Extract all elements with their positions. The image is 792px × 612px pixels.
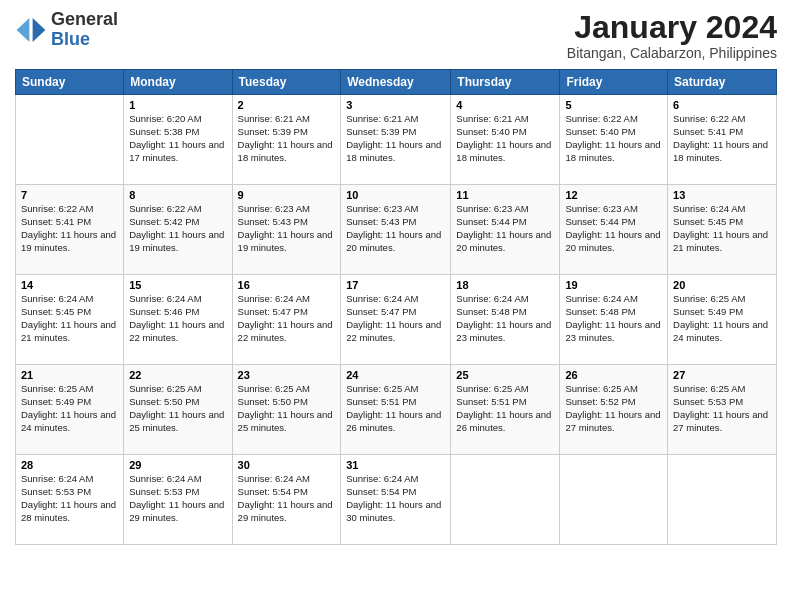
day-cell: 20Sunrise: 6:25 AMSunset: 5:49 PMDayligh… [668,275,777,365]
svg-marker-0 [33,18,46,42]
day-number: 12 [565,189,662,201]
day-cell: 22Sunrise: 6:25 AMSunset: 5:50 PMDayligh… [124,365,232,455]
day-cell: 27Sunrise: 6:25 AMSunset: 5:53 PMDayligh… [668,365,777,455]
week-row-4: 21Sunrise: 6:25 AMSunset: 5:49 PMDayligh… [16,365,777,455]
day-number: 1 [129,99,226,111]
day-cell: 14Sunrise: 6:24 AMSunset: 5:45 PMDayligh… [16,275,124,365]
day-number: 11 [456,189,554,201]
day-cell: 12Sunrise: 6:23 AMSunset: 5:44 PMDayligh… [560,185,668,275]
day-number: 5 [565,99,662,111]
day-number: 31 [346,459,445,471]
day-cell: 10Sunrise: 6:23 AMSunset: 5:43 PMDayligh… [341,185,451,275]
title-block: January 2024 Bitangan, Calabarzon, Phili… [567,10,777,61]
page: General Blue January 2024 Bitangan, Cala… [0,0,792,612]
day-cell: 29Sunrise: 6:24 AMSunset: 5:53 PMDayligh… [124,455,232,545]
day-number: 4 [456,99,554,111]
day-info: Sunrise: 6:24 AMSunset: 5:53 PMDaylight:… [129,473,226,524]
logo-general: General [51,9,118,29]
day-number: 15 [129,279,226,291]
day-info: Sunrise: 6:25 AMSunset: 5:49 PMDaylight:… [673,293,771,344]
day-cell: 11Sunrise: 6:23 AMSunset: 5:44 PMDayligh… [451,185,560,275]
day-number: 3 [346,99,445,111]
svg-marker-1 [17,18,30,42]
logo-text: General Blue [51,10,118,50]
logo-icon [15,14,47,46]
day-number: 25 [456,369,554,381]
day-cell: 1Sunrise: 6:20 AMSunset: 5:38 PMDaylight… [124,95,232,185]
calendar-table: Sunday Monday Tuesday Wednesday Thursday… [15,69,777,545]
logo: General Blue [15,10,118,50]
day-number: 28 [21,459,118,471]
month-title: January 2024 [567,10,777,45]
day-info: Sunrise: 6:23 AMSunset: 5:43 PMDaylight:… [346,203,445,254]
week-row-3: 14Sunrise: 6:24 AMSunset: 5:45 PMDayligh… [16,275,777,365]
day-info: Sunrise: 6:25 AMSunset: 5:50 PMDaylight:… [238,383,336,434]
day-cell: 6Sunrise: 6:22 AMSunset: 5:41 PMDaylight… [668,95,777,185]
day-cell: 25Sunrise: 6:25 AMSunset: 5:51 PMDayligh… [451,365,560,455]
day-number: 7 [21,189,118,201]
day-number: 21 [21,369,118,381]
day-info: Sunrise: 6:21 AMSunset: 5:39 PMDaylight:… [238,113,336,164]
day-info: Sunrise: 6:22 AMSunset: 5:40 PMDaylight:… [565,113,662,164]
week-row-2: 7Sunrise: 6:22 AMSunset: 5:41 PMDaylight… [16,185,777,275]
day-info: Sunrise: 6:24 AMSunset: 5:54 PMDaylight:… [346,473,445,524]
day-info: Sunrise: 6:22 AMSunset: 5:42 PMDaylight:… [129,203,226,254]
day-cell: 26Sunrise: 6:25 AMSunset: 5:52 PMDayligh… [560,365,668,455]
day-info: Sunrise: 6:24 AMSunset: 5:53 PMDaylight:… [21,473,118,524]
day-number: 17 [346,279,445,291]
day-number: 27 [673,369,771,381]
day-cell: 21Sunrise: 6:25 AMSunset: 5:49 PMDayligh… [16,365,124,455]
day-number: 8 [129,189,226,201]
week-row-5: 28Sunrise: 6:24 AMSunset: 5:53 PMDayligh… [16,455,777,545]
day-info: Sunrise: 6:25 AMSunset: 5:51 PMDaylight:… [456,383,554,434]
day-info: Sunrise: 6:24 AMSunset: 5:45 PMDaylight:… [21,293,118,344]
day-info: Sunrise: 6:25 AMSunset: 5:51 PMDaylight:… [346,383,445,434]
day-cell: 30Sunrise: 6:24 AMSunset: 5:54 PMDayligh… [232,455,341,545]
col-thursday: Thursday [451,70,560,95]
day-info: Sunrise: 6:23 AMSunset: 5:44 PMDaylight:… [456,203,554,254]
day-number: 29 [129,459,226,471]
day-info: Sunrise: 6:23 AMSunset: 5:44 PMDaylight:… [565,203,662,254]
header-row: Sunday Monday Tuesday Wednesday Thursday… [16,70,777,95]
col-wednesday: Wednesday [341,70,451,95]
day-info: Sunrise: 6:24 AMSunset: 5:48 PMDaylight:… [565,293,662,344]
day-number: 10 [346,189,445,201]
day-number: 19 [565,279,662,291]
day-number: 23 [238,369,336,381]
day-cell: 17Sunrise: 6:24 AMSunset: 5:47 PMDayligh… [341,275,451,365]
day-cell [16,95,124,185]
day-info: Sunrise: 6:22 AMSunset: 5:41 PMDaylight:… [673,113,771,164]
day-number: 30 [238,459,336,471]
day-cell: 13Sunrise: 6:24 AMSunset: 5:45 PMDayligh… [668,185,777,275]
day-cell: 7Sunrise: 6:22 AMSunset: 5:41 PMDaylight… [16,185,124,275]
day-info: Sunrise: 6:25 AMSunset: 5:49 PMDaylight:… [21,383,118,434]
day-number: 20 [673,279,771,291]
day-info: Sunrise: 6:24 AMSunset: 5:47 PMDaylight:… [346,293,445,344]
location: Bitangan, Calabarzon, Philippines [567,45,777,61]
day-cell: 19Sunrise: 6:24 AMSunset: 5:48 PMDayligh… [560,275,668,365]
day-number: 14 [21,279,118,291]
day-number: 18 [456,279,554,291]
day-cell: 18Sunrise: 6:24 AMSunset: 5:48 PMDayligh… [451,275,560,365]
day-info: Sunrise: 6:25 AMSunset: 5:53 PMDaylight:… [673,383,771,434]
day-info: Sunrise: 6:24 AMSunset: 5:45 PMDaylight:… [673,203,771,254]
day-cell: 2Sunrise: 6:21 AMSunset: 5:39 PMDaylight… [232,95,341,185]
day-cell: 9Sunrise: 6:23 AMSunset: 5:43 PMDaylight… [232,185,341,275]
day-cell [668,455,777,545]
col-sunday: Sunday [16,70,124,95]
day-cell: 8Sunrise: 6:22 AMSunset: 5:42 PMDaylight… [124,185,232,275]
day-cell [451,455,560,545]
day-info: Sunrise: 6:21 AMSunset: 5:40 PMDaylight:… [456,113,554,164]
day-cell: 15Sunrise: 6:24 AMSunset: 5:46 PMDayligh… [124,275,232,365]
day-info: Sunrise: 6:24 AMSunset: 5:47 PMDaylight:… [238,293,336,344]
day-cell: 5Sunrise: 6:22 AMSunset: 5:40 PMDaylight… [560,95,668,185]
day-number: 26 [565,369,662,381]
day-number: 22 [129,369,226,381]
day-number: 6 [673,99,771,111]
col-tuesday: Tuesday [232,70,341,95]
day-info: Sunrise: 6:25 AMSunset: 5:52 PMDaylight:… [565,383,662,434]
day-info: Sunrise: 6:22 AMSunset: 5:41 PMDaylight:… [21,203,118,254]
day-cell: 3Sunrise: 6:21 AMSunset: 5:39 PMDaylight… [341,95,451,185]
day-number: 24 [346,369,445,381]
day-info: Sunrise: 6:25 AMSunset: 5:50 PMDaylight:… [129,383,226,434]
